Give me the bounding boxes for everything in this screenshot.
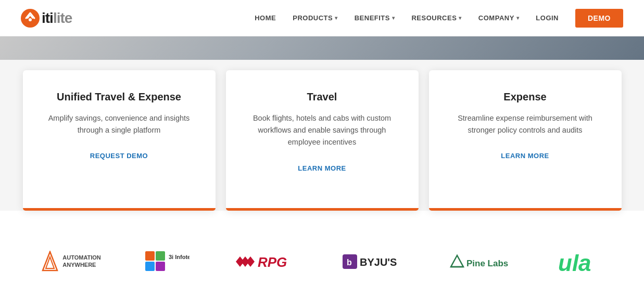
- svg-text:RPG: RPG: [258, 254, 287, 270]
- logo-text: itilite: [42, 10, 72, 27]
- login-button[interactable]: LOGIN: [536, 14, 559, 22]
- card-title: Expense: [503, 91, 546, 103]
- nav-products[interactable]: PRODUCTS ▾: [293, 14, 337, 22]
- svg-marker-11: [246, 256, 255, 267]
- chevron-down-icon: ▾: [459, 15, 462, 21]
- aa-logo-icon: [42, 251, 58, 273]
- logo-3i-infotech: 3i Infotech: [143, 249, 190, 275]
- svg-rect-7: [156, 262, 165, 271]
- svg-rect-4: [145, 251, 155, 261]
- card-title: Travel: [307, 91, 337, 103]
- pine-labs-logo: Pine Labs: [446, 250, 513, 273]
- chevron-down-icon: ▾: [335, 15, 338, 21]
- logo-ula: ula: [555, 247, 602, 276]
- card-request-demo-link[interactable]: REQUEST DEMO: [90, 152, 148, 160]
- card-bottom-border: [226, 208, 419, 211]
- nav-company[interactable]: COMPANY ▾: [478, 14, 519, 22]
- card-travel: Travel Book flights, hotels and cabs wit…: [226, 70, 419, 211]
- nav-benefits[interactable]: BENEFITS ▾: [355, 14, 395, 22]
- cards-container: Unified Travel & Expense Amplify savings…: [21, 60, 623, 211]
- svg-text:b: b: [347, 258, 352, 267]
- 3i-infotech-logo: 3i Infotech: [143, 249, 190, 275]
- svg-text:Pine Labs: Pine Labs: [466, 259, 508, 268]
- logo-rpg: RPG: [232, 250, 299, 273]
- svg-rect-5: [156, 251, 165, 261]
- svg-text:3i Infotech: 3i Infotech: [169, 254, 190, 260]
- logo-icon: [21, 9, 40, 28]
- card-bottom-border: [23, 208, 216, 211]
- svg-text:BYJU'S: BYJU'S: [360, 256, 397, 268]
- aa-logo-text: AUTOMATIONANYWHERE: [62, 254, 101, 268]
- cards-section: Unified Travel & Expense Amplify savings…: [0, 60, 644, 211]
- nav-resources[interactable]: RESOURCES ▾: [411, 14, 461, 22]
- ula-logo: ula: [555, 247, 602, 276]
- card-description: Book flights, hotels and cabs with custo…: [242, 112, 403, 149]
- card-bottom-border: [429, 208, 622, 211]
- logo-automation-anywhere: AUTOMATIONANYWHERE: [42, 251, 101, 273]
- logo[interactable]: itilite: [21, 9, 72, 28]
- logos-section: AUTOMATIONANYWHERE 3i Infotech RPG: [0, 221, 644, 291]
- card-description: Streamline expense reimbursement with st…: [445, 112, 606, 136]
- svg-marker-2: [43, 252, 57, 270]
- logo-pine-labs: Pine Labs: [446, 250, 513, 273]
- card-unified: Unified Travel & Expense Amplify savings…: [23, 70, 216, 211]
- navbar: itilite HOME PRODUCTS ▾ BENEFITS ▾ RESOU…: [0, 0, 644, 36]
- card-description: Amplify savings, convenience and insight…: [39, 112, 200, 136]
- nav-home[interactable]: HOME: [255, 14, 276, 22]
- chevron-down-icon: ▾: [392, 15, 395, 21]
- logo-byjus: b BYJU'S: [342, 250, 404, 273]
- byjus-logo: b BYJU'S: [342, 250, 404, 273]
- card-learn-more-link[interactable]: LEARN MORE: [501, 152, 549, 160]
- svg-point-1: [29, 18, 32, 21]
- card-title: Unified Travel & Expense: [57, 91, 181, 103]
- logos-container: AUTOMATIONANYWHERE 3i Infotech RPG: [21, 247, 623, 276]
- svg-marker-16: [451, 255, 463, 267]
- rpg-logo: RPG: [232, 250, 299, 273]
- card-expense: Expense Streamline expense reimbursement…: [429, 70, 622, 211]
- nav-links: HOME PRODUCTS ▾ BENEFITS ▾ RESOURCES ▾ C…: [255, 9, 623, 28]
- card-learn-more-link[interactable]: LEARN MORE: [298, 164, 346, 172]
- automation-anywhere-logo: AUTOMATIONANYWHERE: [42, 251, 101, 273]
- svg-text:ula: ula: [558, 250, 591, 276]
- chevron-down-icon: ▾: [516, 15, 520, 21]
- svg-rect-6: [145, 262, 155, 271]
- demo-button[interactable]: DEMO: [575, 9, 623, 28]
